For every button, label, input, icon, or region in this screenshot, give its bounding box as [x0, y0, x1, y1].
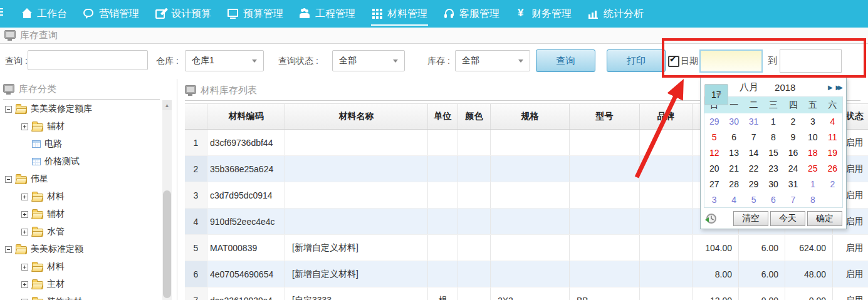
- search-button[interactable]: 查询: [536, 49, 595, 72]
- clear-button[interactable]: 清空: [733, 211, 768, 226]
- calendar-day[interactable]: 2: [783, 113, 803, 129]
- calendar-day[interactable]: 7: [783, 192, 803, 207]
- calendar-day[interactable]: 3: [704, 192, 724, 207]
- print-button[interactable]: 打印: [607, 49, 666, 72]
- calendar-day[interactable]: 3: [803, 113, 822, 129]
- calendar-day[interactable]: 19: [823, 145, 842, 160]
- calendar-day[interactable]: 30: [724, 113, 743, 129]
- cell-name: [285, 156, 428, 182]
- nav-item[interactable]: 客服管理: [444, 0, 499, 28]
- menu-icon[interactable]: [0, 8, 3, 9]
- calendar-day[interactable]: 30: [763, 176, 783, 192]
- tree-item[interactable]: 材料: [0, 258, 162, 276]
- tree-item[interactable]: 材料: [0, 188, 162, 205]
- calendar-day[interactable]: 22: [744, 160, 763, 176]
- calendar-day[interactable]: 27: [704, 176, 724, 192]
- calendar-day[interactable]: 10: [803, 129, 822, 145]
- query-input[interactable]: [28, 50, 148, 70]
- calendar-day[interactable]: 13: [724, 145, 743, 160]
- calendar-day[interactable]: 12: [704, 145, 724, 160]
- next-month-icon[interactable]: ▶: [828, 84, 833, 91]
- calendar-day[interactable]: 6: [724, 129, 743, 145]
- nav-item[interactable]: 财务管理: [516, 0, 572, 28]
- calendar-day[interactable]: 29: [744, 176, 763, 192]
- calendar-day[interactable]: 31: [744, 113, 763, 129]
- date-to-input[interactable]: [780, 49, 842, 73]
- date-checkbox[interactable]: [668, 56, 679, 67]
- tree-item[interactable]: 主材: [0, 276, 162, 293]
- calendar-day[interactable]: 21: [724, 160, 743, 176]
- tree-expander[interactable]: [5, 176, 12, 183]
- calendar-day[interactable]: 28: [724, 176, 743, 192]
- today-button[interactable]: 今天: [770, 211, 805, 226]
- next-year-icon[interactable]: ▶▶: [836, 84, 840, 91]
- nav-item[interactable]: 统计分析: [588, 0, 644, 28]
- tree-item[interactable]: 价格测试: [0, 153, 162, 170]
- table-row[interactable]: 7 dca23610939c4 [自定3333 根 2X2 BB -12.00 …: [185, 287, 868, 300]
- tree-expander[interactable]: [21, 123, 28, 130]
- calendar-day[interactable]: 11: [823, 129, 842, 145]
- calendar-day[interactable]: 15: [763, 145, 783, 160]
- calendar-day[interactable]: 9: [783, 129, 803, 145]
- nav-item-label: 营销管理: [99, 8, 139, 21]
- tree-item[interactable]: 水管: [0, 223, 162, 241]
- calendar-day[interactable]: 29: [704, 113, 724, 129]
- calendar-day[interactable]: 20: [704, 160, 724, 176]
- scroll-up-arrow-icon[interactable]: ▲: [162, 100, 172, 110]
- tree-item[interactable]: 辅材: [0, 118, 162, 135]
- calendar-day[interactable]: 6: [763, 192, 783, 207]
- nav-item[interactable]: 工作台: [21, 0, 67, 28]
- calendar-day[interactable]: 16: [783, 145, 803, 160]
- tree-item[interactable]: 美美装修定额库: [0, 100, 162, 118]
- nav-item[interactable]: 工程管理: [300, 0, 355, 28]
- time-toggle-icon[interactable]: [704, 212, 717, 225]
- cell-spec: [491, 235, 570, 261]
- tree-item[interactable]: 电路: [0, 135, 162, 153]
- nav-item[interactable]: 营销管理: [83, 0, 139, 28]
- calendar-day[interactable]: 26: [823, 160, 842, 176]
- calendar-day[interactable]: 5: [744, 192, 763, 207]
- calendar-day[interactable]: 5: [704, 129, 724, 145]
- tree-expander[interactable]: [21, 194, 28, 200]
- calendar-day[interactable]: 24: [783, 160, 803, 176]
- calendar-day[interactable]: 14: [744, 145, 763, 160]
- tree-scrollbar[interactable]: ▲: [162, 100, 172, 300]
- table-row[interactable]: 6 4e07054690654 [新增自定义材料] 8.00 6.00 48.0…: [185, 261, 868, 287]
- tree-expander[interactable]: [21, 264, 28, 271]
- tree-item[interactable]: 美美标准定额: [0, 241, 162, 258]
- date-from-input[interactable]: [699, 49, 763, 73]
- calendar-day[interactable]: 18: [803, 145, 822, 160]
- tree-item[interactable]: 伟星: [0, 170, 162, 188]
- stock-select[interactable]: 全部: [455, 50, 530, 71]
- calendar-day[interactable]: 1: [803, 176, 822, 192]
- tree-expander[interactable]: [21, 281, 28, 288]
- calendar-day[interactable]: 8: [763, 129, 783, 145]
- calendar-day[interactable]: 25: [803, 160, 822, 176]
- calendar-day[interactable]: 2: [823, 176, 842, 192]
- nav-item[interactable]: 设计预算: [155, 0, 211, 28]
- tree-expander[interactable]: [5, 106, 12, 113]
- calendar-day[interactable]: 4: [724, 192, 743, 207]
- calendar-year[interactable]: 2018: [775, 82, 795, 93]
- calendar-day[interactable]: 8: [803, 192, 822, 207]
- page-title: 库存查询: [20, 29, 58, 41]
- ok-button[interactable]: 确定: [807, 211, 842, 226]
- calendar-day[interactable]: 4: [823, 113, 842, 129]
- tree-expander[interactable]: [21, 211, 28, 218]
- tree-expander[interactable]: [21, 229, 28, 235]
- calendar-month[interactable]: 八月: [740, 81, 758, 93]
- calendar-day[interactable]: 17: [704, 84, 728, 105]
- tree-expander[interactable]: [5, 246, 12, 253]
- calendar-day[interactable]: 23: [763, 160, 783, 176]
- tree-item[interactable]: 辅材: [0, 205, 162, 223]
- scrollbar-thumb[interactable]: [163, 190, 171, 298]
- calendar-day[interactable]: 1: [763, 113, 783, 129]
- nav-item[interactable]: 材料管理: [372, 0, 427, 28]
- tree-item[interactable]: 装饰主材: [0, 293, 162, 300]
- calendar-day[interactable]: 7: [744, 129, 763, 145]
- status-select[interactable]: 全部: [332, 50, 405, 71]
- calendar-day[interactable]: 31: [783, 176, 803, 192]
- warehouse-select[interactable]: 仓库1: [185, 50, 264, 71]
- nav-item[interactable]: 预算管理: [227, 0, 283, 28]
- table-row[interactable]: 5 MAT000839 [新增自定义材料] 104.00 6.00 624.00…: [185, 235, 868, 261]
